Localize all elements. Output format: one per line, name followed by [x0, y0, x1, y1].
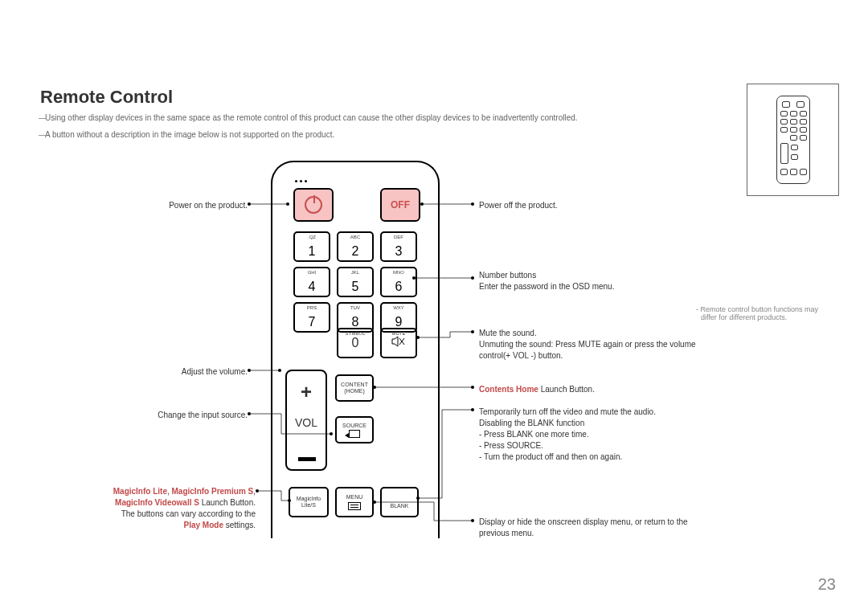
- callout-contents-home: Contents Home Launch Button.: [479, 384, 595, 395]
- callout-power-on: Power on the product.: [159, 200, 248, 211]
- volume-up-icon: +: [287, 381, 326, 403]
- svg-point-36: [471, 408, 474, 411]
- remote-illustration: OFF .QZ 1 ABC 2 DEF 3 GHI 4 JKL 5 MNO 6 …: [271, 161, 440, 538]
- volume-rocker: + VOL: [285, 370, 327, 471]
- power-icon: [305, 196, 322, 214]
- callout-numbers: Number buttons Enter the password in the…: [479, 270, 688, 292]
- power-button: [293, 188, 334, 222]
- callout-volume: Adjust the volume.: [159, 366, 248, 378]
- callout-source: Change the input source.: [128, 410, 248, 421]
- menu-button: MENU: [335, 487, 374, 517]
- callout-power-off: Power off the product.: [479, 200, 558, 211]
- callout-menu: Display or hide the onscreen display men…: [479, 517, 688, 539]
- volume-down-icon: [298, 457, 316, 461]
- source-button: SOURCE: [335, 416, 374, 443]
- menu-icon: [348, 502, 361, 510]
- svg-point-31: [471, 386, 474, 389]
- callout-blank-fn: Temporarily turn off the video and mute …: [479, 407, 688, 463]
- num-2: ABC 2: [337, 231, 374, 262]
- page-title: Remote Control: [40, 87, 173, 108]
- num-3: DEF 3: [380, 231, 417, 262]
- svg-point-3: [248, 202, 251, 206]
- svg-point-23: [471, 276, 474, 280]
- num-4: GHI 4: [293, 267, 330, 297]
- num-1: .QZ 1: [293, 231, 330, 262]
- num-5: JKL 5: [337, 267, 374, 297]
- num-6: MNO 6: [380, 267, 417, 297]
- callout-mute: Mute the sound. Unmuting the sound: Pres…: [479, 328, 696, 362]
- svg-point-41: [471, 519, 474, 522]
- note-2: A button without a description in the im…: [45, 130, 334, 139]
- source-icon: [349, 430, 360, 438]
- note-1: Using other display devices in the same …: [45, 113, 578, 122]
- svg-point-11: [248, 412, 251, 415]
- magicinfo-button: MagicInfo Lite/S: [289, 487, 329, 517]
- svg-point-20: [471, 202, 474, 206]
- remote-thumbnail-box: [747, 84, 839, 196]
- callout-magicinfo: MagicInfo Lite, MagicInfo Premium S, Mag…: [76, 486, 256, 531]
- svg-point-6: [248, 369, 251, 372]
- side-note: - Remote control button functions may di…: [696, 305, 833, 321]
- note-1-text: Using other display devices in the same …: [45, 113, 578, 122]
- blank-button: BLANK: [380, 487, 419, 517]
- note-2-text: A button without a description in the im…: [45, 130, 334, 139]
- remote-thumbnail: [776, 96, 810, 184]
- mute-icon: [382, 336, 416, 347]
- content-home-button: CONTENT (HOME): [335, 374, 374, 402]
- page-number: 23: [818, 575, 836, 594]
- num-7: PRS 7: [293, 302, 330, 333]
- svg-point-28: [471, 330, 474, 333]
- svg-point-16: [256, 489, 259, 492]
- mute-button: MUTE: [380, 328, 417, 358]
- off-button: OFF: [380, 188, 420, 222]
- num-0: SYMBOL 0: [337, 328, 374, 358]
